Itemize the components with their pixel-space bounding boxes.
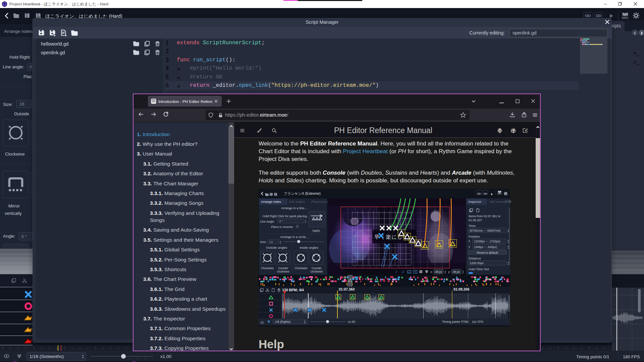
- svg-text:DOC: DOC: [497, 193, 501, 195]
- svg-text:DOC: DOC: [622, 16, 629, 19]
